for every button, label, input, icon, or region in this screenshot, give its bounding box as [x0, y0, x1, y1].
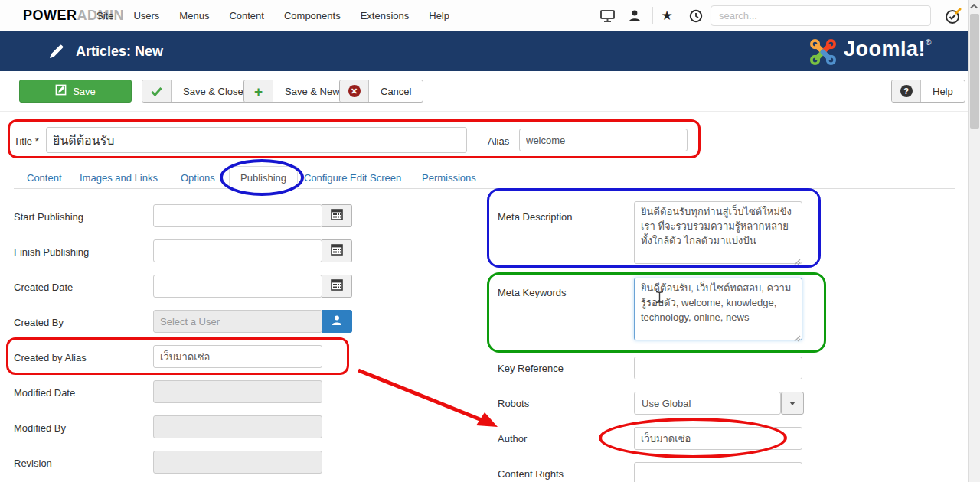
menu-item-menus[interactable]: Menus: [179, 10, 209, 21]
help-icon: ?: [892, 80, 921, 102]
save-close-label: Save & Close: [172, 80, 255, 102]
check-icon: [142, 80, 172, 102]
tab-permissions[interactable]: Permissions: [422, 172, 476, 184]
author-label: Author: [498, 433, 527, 445]
menu-item-users[interactable]: Users: [133, 10, 159, 21]
menu-item-help[interactable]: Help: [429, 10, 449, 21]
created-date-input[interactable]: [153, 275, 322, 298]
tab-images-and-links[interactable]: Images and Links: [80, 172, 158, 184]
author-input[interactable]: [634, 427, 802, 450]
brand-bold: POWER: [23, 8, 77, 23]
caret-down-icon: [789, 402, 795, 405]
plus-icon: +: [244, 80, 273, 102]
tabs-divider: [14, 188, 956, 189]
robots-select[interactable]: Use Global: [634, 392, 781, 415]
robots-selected-value: Use Global: [642, 398, 691, 409]
finish-publishing-input[interactable]: [153, 239, 322, 262]
tab-publishing[interactable]: Publishing: [229, 166, 298, 189]
tab-options[interactable]: Options: [181, 172, 215, 184]
history-clock-icon[interactable]: [688, 8, 704, 24]
modified-by-input: [153, 415, 322, 438]
preview-monitor-icon[interactable]: [599, 8, 616, 24]
created-by-input: [153, 310, 322, 333]
admin-top-navbar: POWERADMIN Site Users Menus Content Comp…: [0, 0, 968, 31]
key-reference-label: Key Reference: [498, 363, 564, 374]
save-close-button[interactable]: Save & Close: [142, 80, 256, 103]
cancel-icon: ✕: [340, 80, 369, 102]
scrollbar-up-arrow[interactable]: [969, 0, 980, 13]
save-icon: [55, 84, 67, 98]
registered-mark: ®: [926, 38, 932, 47]
modified-date-input: [153, 380, 322, 403]
alias-label: Alias: [488, 135, 509, 147]
cancel-button[interactable]: ✕ Cancel: [339, 80, 423, 103]
meta-keywords-textarea[interactable]: ยินดีต้อนรับ, เว็บไซต์ทดสอบ, ความรู้รอบต…: [634, 278, 802, 340]
page-header: Articles: New Joomla!®: [0, 31, 968, 71]
created-date-label: Created Date: [14, 282, 73, 293]
modified-date-label: Modified Date: [14, 387, 75, 399]
cancel-label: Cancel: [369, 80, 423, 102]
menu-item-site[interactable]: Site: [96, 10, 113, 21]
action-toolbar: Save Save & Close + Save & New ✕ Cancel …: [0, 71, 968, 112]
edit-pencil-icon: [48, 44, 64, 63]
robots-dropdown-button[interactable]: [781, 392, 804, 415]
save-button[interactable]: Save: [19, 80, 132, 103]
vertical-scrollbar[interactable]: [968, 0, 980, 482]
menu-item-content[interactable]: Content: [229, 10, 264, 21]
created-date-calendar-button[interactable]: [322, 275, 352, 298]
tab-content[interactable]: Content: [27, 172, 62, 184]
user-account-icon[interactable]: [626, 8, 643, 24]
start-publishing-calendar-button[interactable]: [322, 204, 352, 227]
content-rights-input[interactable]: [634, 462, 802, 482]
nav-divider: [652, 7, 653, 24]
created-by-alias-label: Created by Alias: [14, 352, 87, 363]
help-button[interactable]: ? Help: [891, 80, 965, 103]
joomla-logo-icon: [808, 38, 838, 69]
start-publishing-input[interactable]: [153, 204, 322, 227]
chevron-up-icon: [970, 4, 978, 11]
joomla-logo-text: Joomla!®: [844, 37, 932, 61]
meta-keywords-label: Meta Keywords: [498, 287, 567, 298]
menu-item-components[interactable]: Components: [284, 10, 341, 21]
page-title: Articles: New: [76, 31, 163, 71]
admin-menu: Site Users Menus Content Components Exte…: [96, 0, 449, 31]
finish-publishing-calendar-button[interactable]: [322, 239, 352, 262]
title-input[interactable]: [46, 127, 467, 153]
favorites-star-icon[interactable]: ★: [658, 8, 675, 24]
finish-publishing-label: Finish Publishing: [14, 246, 89, 258]
select-user-button[interactable]: [322, 310, 352, 333]
calendar-icon: [331, 279, 343, 293]
scrollbar-thumb[interactable]: [970, 14, 979, 129]
robots-label: Robots: [498, 398, 529, 409]
key-reference-input[interactable]: [634, 357, 802, 379]
calendar-icon: [331, 209, 343, 223]
revision-label: Revision: [14, 458, 52, 469]
modified-by-label: Modified By: [14, 422, 66, 434]
save-new-button[interactable]: + Save & New: [243, 80, 352, 103]
user-icon: [331, 314, 343, 328]
tab-configure-edit-screen[interactable]: Configure Edit Screen: [304, 172, 401, 184]
title-label: Title *: [14, 135, 39, 147]
calendar-icon: [331, 244, 343, 258]
meta-description-label: Meta Description: [498, 211, 573, 223]
nav-divider: [939, 7, 939, 24]
created-by-alias-input[interactable]: [153, 345, 322, 368]
content-rights-label: Content Rights: [498, 468, 564, 480]
meta-description-textarea[interactable]: ยินดีต้อนรับทุกท่านสู่เว็บไซต์ใหม่ขิงเรา…: [634, 201, 802, 264]
start-publishing-label: Start Publishing: [14, 211, 83, 223]
revision-input: [153, 451, 322, 474]
created-by-label: Created By: [14, 317, 64, 328]
save-label: Save: [73, 86, 96, 97]
joomla-admin-screen: POWERADMIN Site Users Menus Content Comp…: [0, 0, 980, 482]
checkin-icon[interactable]: [945, 8, 962, 24]
search-input[interactable]: [710, 5, 931, 26]
menu-item-extensions[interactable]: Extensions: [361, 10, 410, 21]
help-label: Help: [921, 80, 965, 102]
alias-input[interactable]: [519, 129, 688, 151]
